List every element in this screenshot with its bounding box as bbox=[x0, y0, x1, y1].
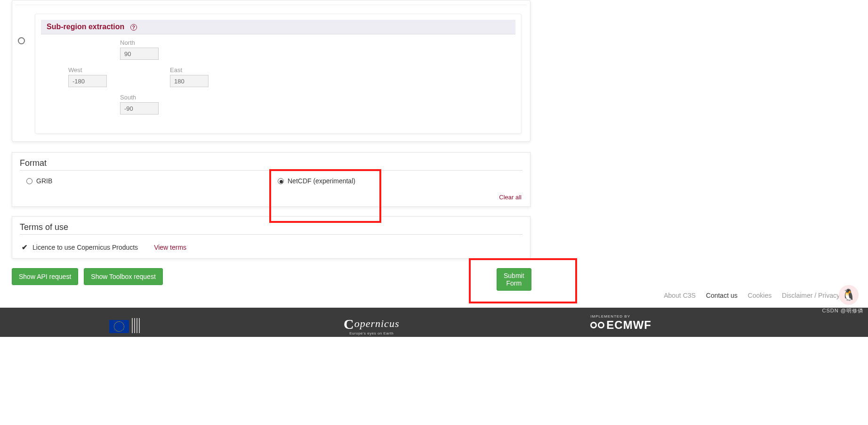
terms-title: Terms of use bbox=[20, 222, 522, 235]
south-label: South bbox=[120, 94, 159, 101]
check-icon: ✔ bbox=[22, 243, 28, 252]
format-option-netcdf[interactable]: NetCDF (experimental) bbox=[271, 177, 522, 185]
watermark-text: CSDN @明修僯 bbox=[822, 307, 863, 314]
format-netcdf-label: NetCDF (experimental) bbox=[288, 177, 355, 185]
view-terms-link[interactable]: View terms bbox=[154, 244, 186, 251]
footer-about-link[interactable]: About C3S bbox=[664, 292, 696, 299]
south-input[interactable] bbox=[120, 102, 159, 114]
submit-form-button[interactable]: Submit Form bbox=[497, 268, 531, 291]
north-label: North bbox=[120, 39, 159, 46]
help-icon[interactable]: ? bbox=[130, 24, 137, 31]
format-card: Format GRIB NetCDF (experimental) Clear … bbox=[12, 152, 530, 207]
west-label: West bbox=[68, 66, 107, 74]
radio-icon bbox=[26, 178, 32, 184]
ecmwf-logo: IMPLEMENTED BY ECMWF bbox=[590, 314, 651, 332]
footer-bar: Copernicus Europe's eyes on Earth IMPLEM… bbox=[0, 308, 868, 337]
footer-disclaimer-link[interactable]: Disclaimer / Privacy bbox=[782, 292, 840, 299]
terms-card: Terms of use ✔ Licence to use Copernicus… bbox=[12, 216, 530, 259]
radio-icon bbox=[278, 178, 284, 184]
footer-links: About C3S Contact us Cookies Disclaimer … bbox=[0, 285, 868, 308]
eu-commission-logo bbox=[109, 318, 141, 333]
east-input[interactable] bbox=[170, 75, 209, 87]
format-grib-label: GRIB bbox=[36, 177, 52, 185]
copernicus-logo: Copernicus Europe's eyes on Earth bbox=[344, 316, 399, 335]
subregion-card: Sub-region extraction ? North West bbox=[35, 14, 522, 134]
subregion-header: Sub-region extraction ? bbox=[41, 20, 515, 34]
clear-all-link[interactable]: Clear all bbox=[499, 194, 522, 201]
north-input[interactable] bbox=[120, 48, 159, 60]
subregion-title: Sub-region extraction bbox=[47, 23, 124, 31]
west-input[interactable] bbox=[68, 75, 107, 87]
format-option-grib[interactable]: GRIB bbox=[20, 177, 271, 185]
show-api-request-button[interactable]: Show API request bbox=[12, 268, 78, 285]
coord-grid: North West East South bbox=[68, 39, 247, 119]
show-toolbox-request-button[interactable]: Show Toolbox request bbox=[84, 268, 163, 285]
licence-label: Licence to use Copernicus Products bbox=[32, 244, 138, 251]
east-label: East bbox=[170, 66, 209, 74]
geographical-area-card: Sub-region extraction ? North West bbox=[12, 0, 530, 142]
subregion-radio[interactable] bbox=[18, 37, 25, 46]
footer-contact-link[interactable]: Contact us bbox=[706, 292, 738, 299]
mascot-icon[interactable]: 🐧 bbox=[839, 285, 859, 305]
footer-cookies-link[interactable]: Cookies bbox=[748, 292, 772, 299]
format-title: Format bbox=[20, 158, 522, 171]
